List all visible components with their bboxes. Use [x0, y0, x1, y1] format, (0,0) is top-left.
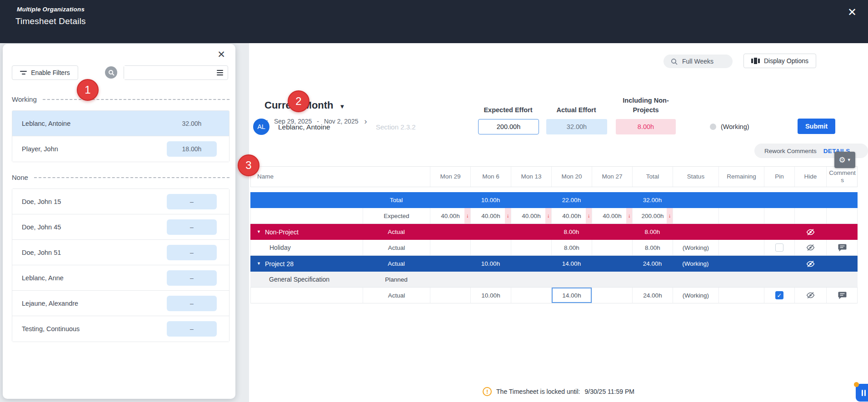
resource-row[interactable]: Player, John18.00h [12, 136, 229, 162]
remaining-cell [719, 288, 764, 303]
table-row[interactable]: ▼Project 28Actual10.00h14.00h24.00h(Work… [250, 256, 858, 272]
group-label-text: Working [12, 95, 37, 103]
hide-eye-icon[interactable] [806, 292, 815, 299]
day-cell-mon-20[interactable]: 14.00h [552, 288, 592, 303]
hide-cell [795, 208, 827, 223]
search-icon[interactable] [105, 66, 117, 79]
day-cell-mon-29[interactable] [430, 288, 471, 303]
hide-eye-icon[interactable] [806, 260, 815, 268]
remaining-cell [718, 192, 764, 208]
resource-row[interactable]: Doe, John 15– [12, 189, 229, 214]
row-type-label: Actual [363, 256, 430, 272]
resource-row[interactable]: Doe, John 51– [12, 240, 229, 265]
day-cell-total: 24.00h [632, 256, 673, 272]
day-cell-mon-29[interactable] [430, 240, 471, 255]
day-cell-mon-13 [511, 272, 551, 287]
resource-row[interactable]: Doe, John 45– [12, 214, 229, 240]
enable-filters-button[interactable]: Enable Filters [12, 65, 78, 80]
day-cell-mon-20[interactable]: 8.00h [552, 240, 592, 255]
filter-icon [20, 71, 27, 74]
dashed-divider [43, 99, 229, 100]
pin-checkbox[interactable]: ✓ [775, 291, 783, 299]
dashed-divider [34, 177, 229, 178]
drawer-group-card: Leblanc, Antoine32.00hPlayer, John18.00h [12, 110, 229, 162]
next-period-icon[interactable]: › [363, 117, 368, 125]
day-cell-mon-13[interactable] [511, 240, 552, 255]
actual-effort-value: 32.00h [546, 119, 607, 134]
day-cell-mon-27[interactable] [592, 288, 633, 303]
comment-icon [838, 244, 847, 252]
row-type-label: Expected [363, 208, 430, 223]
grid-settings-button[interactable]: ⚙ ▼ [834, 152, 855, 168]
day-cell-mon-6[interactable]: 10.00h [471, 288, 511, 303]
full-weeks-toggle[interactable]: Full Weeks [663, 55, 733, 68]
comment-icon [838, 292, 847, 299]
day-cell-mon-27 [592, 272, 632, 287]
resource-hours: 18.00h [167, 141, 217, 157]
table-row: General SpecificationPlanned [250, 272, 858, 288]
pin-cell [764, 208, 795, 223]
search-input[interactable] [124, 66, 217, 79]
day-cell-total[interactable]: 24.00h [633, 288, 673, 303]
resource-row[interactable]: Lejaune, Alexandre– [12, 291, 229, 316]
close-icon[interactable]: ✕ [844, 5, 860, 20]
pin-cell [764, 192, 794, 208]
submit-button[interactable]: Submit [798, 119, 835, 134]
day-cell-mon-29 [430, 192, 470, 208]
hide-eye-icon[interactable] [806, 244, 815, 251]
annotation-badge-3: 3 [238, 154, 259, 176]
collapse-triangle-icon[interactable]: ▼ [257, 261, 261, 266]
day-cell-mon-29: 40.00h↓ [430, 208, 471, 223]
actual-effort-header: Actual Effort [546, 94, 606, 115]
hide-cell [794, 272, 826, 287]
table-row[interactable]: ▼Non-ProjectActual8.00h8.00h [250, 224, 858, 240]
pin-cell [764, 272, 794, 287]
resource-name: Doe, John 15 [22, 198, 61, 205]
deficit-arrow-icon: ↓ [464, 208, 470, 223]
hide-cell [795, 240, 827, 255]
comments-cell [826, 256, 858, 272]
column-header-mon-20: Mon 20 [552, 167, 592, 187]
day-cell-mon-20: 8.00h [551, 224, 592, 240]
pin-checkbox[interactable] [775, 243, 783, 252]
expected-effort-header: Expected Effort [478, 94, 538, 115]
resource-row[interactable]: Leblanc, Antoine32.00h [12, 111, 229, 136]
comments-cell [827, 288, 858, 303]
row-type-label: Actual [363, 224, 430, 240]
day-cell-mon-27: 40.00h↓ [592, 208, 633, 223]
day-cell-mon-6 [470, 272, 511, 287]
deficit-arrow-icon: ↓ [505, 208, 511, 223]
pin-cell [764, 256, 794, 272]
resource-row[interactable]: Testing, Continuous– [12, 316, 229, 342]
collapse-triangle-icon[interactable]: ▼ [257, 229, 261, 234]
warning-icon: ! [483, 387, 492, 396]
row-name: ▼Project 28 [250, 256, 363, 272]
column-header-name: Name [251, 167, 430, 187]
column-header-mon-6: Mon 6 [471, 167, 511, 187]
resource-name: Leblanc, Anne [22, 274, 64, 282]
expected-effort-input[interactable] [478, 119, 539, 134]
menu-icon[interactable] [217, 70, 223, 75]
day-cell-total[interactable]: 8.00h [633, 240, 673, 255]
remaining-cell [718, 272, 764, 287]
day-cell-total [632, 272, 673, 287]
deficit-arrow-icon: ↓ [545, 208, 551, 223]
panel-close-icon[interactable]: ✕ [215, 48, 228, 61]
resource-row[interactable]: Leblanc, Anne– [12, 265, 229, 291]
comment-icon[interactable] [838, 292, 847, 299]
day-cell-mon-13[interactable] [511, 288, 552, 303]
day-cell-mon-20: 40.00h↓ [552, 208, 592, 223]
comment-icon[interactable] [838, 244, 847, 252]
row-name [251, 288, 363, 303]
day-cell-mon-27[interactable] [592, 240, 633, 255]
search-icon [671, 58, 678, 65]
day-cell-mon-27 [592, 224, 632, 240]
row-name: Holiday [251, 240, 363, 255]
resource-hours: – [167, 219, 217, 235]
column-header-remaining: Remaining [719, 167, 764, 187]
help-launcher-button[interactable] [856, 384, 868, 402]
annotation-badge-2: 2 [288, 90, 309, 112]
hide-eye-icon[interactable] [806, 228, 815, 236]
display-options-button[interactable]: Display Options [743, 54, 816, 68]
day-cell-mon-6[interactable] [471, 240, 511, 255]
